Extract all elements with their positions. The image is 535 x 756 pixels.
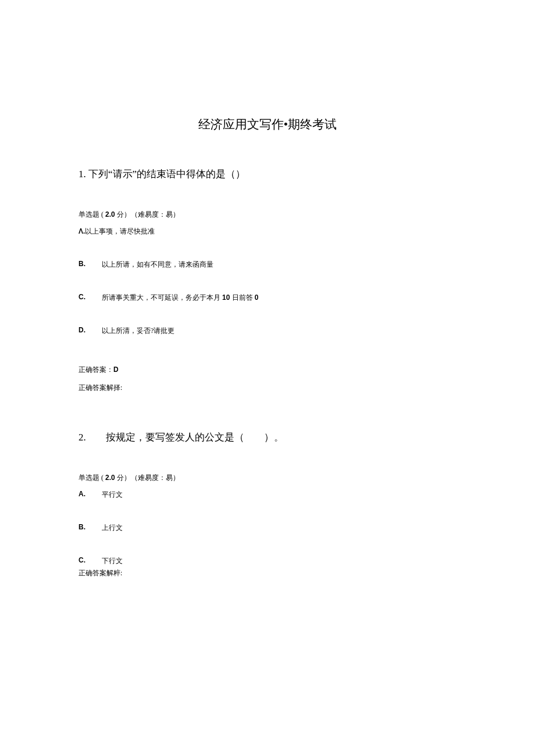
meta-points-2: 2.0 (105, 474, 117, 482)
question-2-title: 2. 按规定，要写签发人的公文是（ ）。 (79, 431, 456, 444)
question-1-option-d: D. 以上所清，妥否?请批更 (79, 326, 456, 336)
question-2-number: 2. (79, 432, 86, 443)
document-title: 经济应用文写作•期终考试 (79, 116, 456, 132)
question-1-answer: 正确答案：D (79, 365, 456, 375)
option-c-text-2: 下行文 (102, 556, 123, 566)
question-2: 2. 按规定，要写签发人的公文是（ ）。 单选题 ( 2.0 分）（难易度：易）… (79, 431, 456, 578)
option-b-text: 以上所请，如有不同意，请来函商量 (102, 260, 213, 270)
question-1-option-c: C. 所请事关重大，不可延误，务必于本月 10 日前答 0 (79, 293, 456, 303)
option-b-text-2: 上行文 (102, 523, 123, 533)
question-2-meta: 单选题 ( 2.0 分）（难易度：易） (79, 473, 456, 483)
meta-suffix: 分）（难易度：易） (117, 210, 180, 218)
answer-value: D (113, 366, 119, 374)
option-b-label-2: B. (79, 523, 102, 533)
question-2-option-b: B. 上行文 (79, 523, 456, 533)
question-2-option-a: A. 平行文 (79, 490, 456, 500)
question-1-number: 1. (79, 169, 86, 180)
question-1-explain-label: 正确答案解择: (79, 383, 456, 393)
option-c-bold2: 0 (255, 293, 259, 302)
question-1-option-b: B. 以上所请，如有不同意，请来函商量 (79, 260, 456, 270)
option-c-text-pre: 所请事关重大，不可延误，务必于本月 (102, 293, 222, 302)
option-a-label: Λ. (79, 227, 85, 235)
option-a-label-2: A. (79, 490, 102, 500)
option-d-label: D. (79, 326, 102, 336)
answer-prefix: 正确答案： (79, 366, 113, 374)
option-b-label: B. (79, 260, 102, 270)
meta-prefix: 单选题 ( (79, 210, 105, 218)
question-1-option-a: Λ.以上事项，请尽快批准 (79, 227, 456, 237)
question-1-title: 1. 下列“请示”的结束语中得体的是（） (79, 167, 456, 181)
question-1-answer-block: 正确答案：D 正确答案解择: (79, 365, 456, 393)
meta-suffix-2: 分）（难易度：易） (117, 474, 180, 482)
question-2-explain-label: 正确答案解粹: (79, 568, 456, 578)
meta-points: 2.0 (105, 210, 117, 218)
option-c-text: 所请事关重大，不可延误，务必于本月 10 日前答 0 (102, 293, 258, 303)
option-c-mid: 日前答 (232, 293, 255, 302)
question-1-stem: 下列“请示”的结束语中得体的是（） (88, 169, 245, 180)
question-1: 1. 下列“请示”的结束语中得体的是（） 单选题 ( 2.0 分）（难易度：易）… (79, 167, 456, 393)
option-a-text: 以上事项，请尽快批准 (85, 227, 155, 235)
meta-prefix-2: 单选题 ( (79, 474, 105, 482)
question-1-meta: 单选题 ( 2.0 分）（难易度：易） (79, 210, 456, 220)
option-c-label: C. (79, 293, 102, 303)
question-2-option-c: C. 下行文 (79, 556, 456, 566)
option-d-text: 以上所清，妥否?请批更 (102, 326, 174, 336)
question-2-stem: 按规定，要写签发人的公文是（ ）。 (106, 432, 284, 443)
option-c-bold1: 10 (222, 293, 232, 302)
option-a-text-2: 平行文 (102, 490, 123, 500)
question-2-spacer (86, 432, 106, 443)
option-c-label-2: C. (79, 556, 102, 566)
page-content: 经济应用文写作•期终考试 1. 下列“请示”的结束语中得体的是（） 单选题 ( … (0, 0, 535, 578)
